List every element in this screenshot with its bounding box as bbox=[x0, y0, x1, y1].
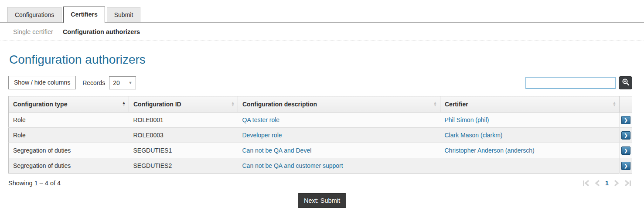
column-header-configuration-type[interactable]: Configuration type ▲ ▼ bbox=[9, 96, 129, 112]
certifier-link[interactable]: Christopher Anderson (andersch) bbox=[445, 147, 535, 154]
next-page-button[interactable] bbox=[613, 180, 620, 187]
tab-certifiers[interactable]: Certifiers bbox=[63, 7, 105, 23]
pagination-first-icon bbox=[582, 180, 590, 187]
sub-navigation: Single certifier Configuration authorize… bbox=[0, 23, 644, 41]
search-button[interactable] bbox=[619, 76, 632, 89]
column-label: Configuration description bbox=[242, 101, 317, 108]
showing-records-text: Showing 1 – 4 of 4 bbox=[8, 180, 61, 187]
cell-configuration-type: Role bbox=[9, 112, 129, 128]
pagination-prev-icon bbox=[594, 180, 600, 187]
first-page-button[interactable] bbox=[582, 180, 590, 187]
cell-configuration-id: SEGDUTIES2 bbox=[129, 158, 238, 174]
table-row: Segregation of duties SEGDUTIES2 Can not… bbox=[9, 158, 632, 174]
cell-configuration-id: SEGDUTIES1 bbox=[129, 143, 238, 158]
previous-page-button[interactable] bbox=[594, 180, 600, 187]
row-open-button[interactable]: ❯ bbox=[621, 162, 630, 170]
tab-submit[interactable]: Submit bbox=[107, 7, 141, 22]
column-header-actions bbox=[620, 96, 632, 112]
configuration-description-link[interactable]: Can not be QA and customer support bbox=[242, 162, 343, 169]
pagination-next-icon bbox=[613, 180, 620, 187]
column-header-certifier[interactable]: Certifier ▲ ▼ bbox=[440, 96, 620, 112]
chevron-right-icon: ❯ bbox=[624, 148, 627, 153]
table-row: Role ROLE0001 QA tester role Phil Simon … bbox=[9, 112, 632, 128]
cell-configuration-id: ROLE0001 bbox=[129, 112, 238, 128]
table-row: Role ROLE0003 Developer role Clark Mason… bbox=[9, 128, 632, 143]
sort-desc-arrow-icon: ▼ bbox=[231, 104, 235, 107]
subnav-item-configuration-authorizers[interactable]: Configuration authorizers bbox=[63, 28, 140, 35]
records-selected-value: 20 bbox=[113, 79, 120, 86]
column-label: Configuration ID bbox=[133, 101, 181, 108]
page-title: Configuration authorizers bbox=[9, 53, 644, 67]
cell-configuration-type: Role bbox=[9, 128, 129, 143]
sort-desc-arrow-icon: ▼ bbox=[122, 104, 126, 107]
sort-desc-arrow-icon: ▼ bbox=[613, 104, 616, 107]
next-button-container: Next: Submit bbox=[0, 193, 644, 208]
current-page-number[interactable]: 1 bbox=[604, 179, 610, 187]
column-label: Certifier bbox=[445, 101, 468, 108]
chevron-right-icon: ❯ bbox=[624, 164, 627, 168]
certifier-link[interactable]: Phil Simon (phil) bbox=[445, 116, 489, 123]
records-per-page-select[interactable]: 20 ▼ bbox=[109, 76, 136, 89]
records-label: Records bbox=[82, 79, 105, 86]
sort-indicator: ▲ ▼ bbox=[122, 102, 126, 107]
cell-configuration-id: ROLE0003 bbox=[129, 128, 238, 143]
column-header-configuration-description[interactable]: Configuration description ▲ ▼ bbox=[238, 96, 440, 112]
row-open-button[interactable]: ❯ bbox=[621, 131, 630, 140]
cell-configuration-type: Segregation of duties bbox=[9, 143, 129, 158]
search-zoom-icon bbox=[622, 78, 630, 87]
chevron-right-icon: ❯ bbox=[624, 118, 627, 123]
cell-configuration-type: Segregation of duties bbox=[9, 158, 129, 174]
configuration-description-link[interactable]: QA tester role bbox=[242, 116, 280, 123]
table-footer: Showing 1 – 4 of 4 1 bbox=[8, 179, 632, 187]
certifier-link[interactable]: Clark Mason (clarkm) bbox=[445, 132, 503, 139]
column-header-configuration-id[interactable]: Configuration ID ▲ ▼ bbox=[129, 96, 238, 112]
table-row: Segregation of duties SEGDUTIES1 Can not… bbox=[9, 143, 632, 158]
sort-indicator: ▲ ▼ bbox=[613, 102, 616, 107]
last-page-button[interactable] bbox=[624, 180, 632, 187]
dropdown-arrow-icon: ▼ bbox=[128, 81, 132, 85]
search-input[interactable] bbox=[525, 77, 616, 89]
column-label: Configuration type bbox=[13, 101, 67, 108]
tab-bar: Configurations Certifiers Submit bbox=[0, 0, 644, 23]
next-submit-button[interactable]: Next: Submit bbox=[298, 193, 346, 208]
pagination: 1 bbox=[582, 179, 632, 187]
show-hide-columns-button[interactable]: Show / hide columns bbox=[8, 76, 76, 89]
table-header-row: Configuration type ▲ ▼ Configuration ID … bbox=[9, 96, 632, 112]
tab-configurations[interactable]: Configurations bbox=[7, 7, 61, 22]
sort-indicator: ▲ ▼ bbox=[433, 102, 437, 107]
sort-indicator: ▲ ▼ bbox=[231, 102, 235, 107]
pagination-last-icon bbox=[624, 180, 632, 187]
subnav-item-single-certifier[interactable]: Single certifier bbox=[13, 28, 53, 35]
configuration-authorizers-table: Configuration type ▲ ▼ Configuration ID … bbox=[8, 96, 632, 174]
chevron-right-icon: ❯ bbox=[624, 133, 627, 138]
configuration-description-link[interactable]: Can not be QA and Devel bbox=[242, 147, 312, 154]
row-open-button[interactable]: ❯ bbox=[621, 146, 630, 155]
list-controls: Show / hide columns Records 20 ▼ bbox=[8, 76, 632, 89]
sort-desc-arrow-icon: ▼ bbox=[433, 104, 437, 107]
row-open-button[interactable]: ❯ bbox=[621, 116, 630, 124]
configuration-description-link[interactable]: Developer role bbox=[242, 132, 282, 139]
